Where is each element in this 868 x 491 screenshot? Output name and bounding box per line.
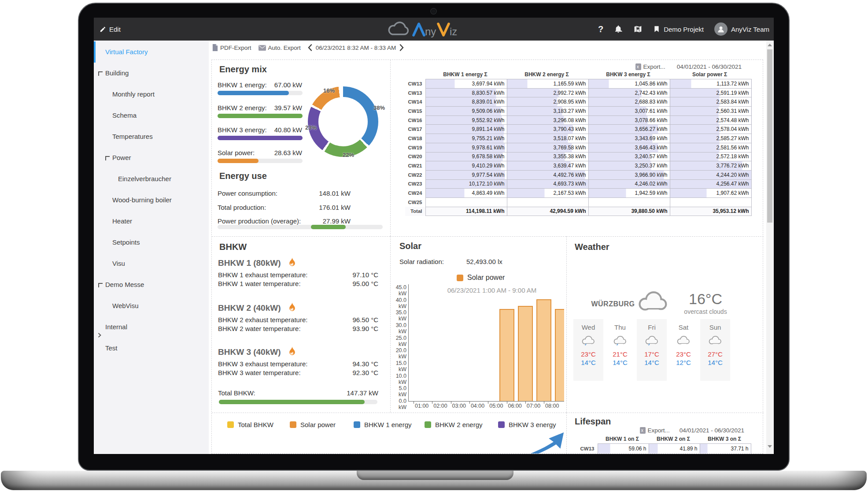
forecast-low-temp: 14°C <box>644 359 659 366</box>
project-button[interactable]: Demo Projekt <box>653 25 704 33</box>
sidebar-item-webvisu[interactable]: WebVisu <box>94 295 209 316</box>
sidebar-item-label: Monthly report <box>112 90 155 98</box>
lifespan-date-range[interactable]: 04/01/2021 - 06/30/2021 <box>680 427 744 434</box>
table-date-range[interactable]: 04/01/2021 - 06/30/2021 <box>677 63 742 70</box>
lifespan-table: BHKW 1 on ΣBHKW 2 on ΣBHKW 3 on ΣCW1359.… <box>577 436 751 454</box>
sidebar-item-setpoints[interactable]: Setpoints <box>94 232 209 253</box>
sidebar-item-heater[interactable]: Heater <box>94 211 209 232</box>
sidebar-item-power[interactable]: Power <box>94 147 209 168</box>
solar-radiation-value: 52,493.00 lx <box>466 258 502 265</box>
pdf-export-button[interactable]: PDF-Export <box>212 44 251 51</box>
table-export-button[interactable]: x Export... <box>635 63 665 70</box>
mix-row-value: 67.00 kW <box>262 81 302 89</box>
auto-export-button[interactable]: Auto. Export <box>259 45 301 51</box>
sidebar-item-test[interactable]: Test <box>94 338 209 359</box>
table-cell: 4,256.47 kWh <box>670 179 751 189</box>
prev-range-icon[interactable] <box>308 44 312 51</box>
table-cell: 9,978.61 kWh <box>425 143 507 152</box>
table-cell: 3,183.27 kWh <box>507 107 588 116</box>
x-axis-tick <box>469 401 470 404</box>
table-cell: 8,839.01 kWh <box>425 97 507 107</box>
scrollbar-thumb[interactable] <box>767 49 772 223</box>
svg-text:x: x <box>636 64 639 69</box>
lifespan-export-button[interactable]: x Export... <box>640 427 670 434</box>
table-cell: 3,646.43 kWh <box>588 143 670 152</box>
row-label: CW21 <box>405 161 425 171</box>
bell-icon <box>614 25 623 33</box>
account-button[interactable]: AnyViz Team <box>714 22 769 36</box>
table-cell: 2,742.43 kWh <box>588 88 670 97</box>
table-row: CW133,697.94 kWh1,165.59 kWh1,045.86 kWh… <box>405 79 751 89</box>
column-header: BHKW 2 on Σ <box>649 436 700 444</box>
flame-icon <box>288 257 296 267</box>
help-label: ? <box>598 24 603 34</box>
tree-expanded-icon <box>98 283 103 287</box>
table-row: CW189,755.21 kWh3,518.07 kWh3,343.69 kWh… <box>405 134 751 143</box>
table-cell: 4,693.73 kWh <box>507 179 588 189</box>
solar-bar <box>536 299 551 401</box>
sidebar-item-internal[interactable]: Internal <box>94 316 209 338</box>
forecast-day-label: Fri <box>648 324 656 331</box>
row-label: CW14 <box>405 97 425 107</box>
bhkw-section-heading: BHKW 3 (40kW) <box>218 346 296 358</box>
legend-item-bhkw-2-energy[interactable]: BHKW 2 energy <box>425 421 483 428</box>
sidebar-item-visu[interactable]: Visu <box>94 253 209 274</box>
x-axis-label: 02:00 <box>433 403 447 409</box>
sidebar-item-schema[interactable]: Schema <box>94 105 209 126</box>
bhkw-row-label: BHKW 2 water temperature: <box>218 325 301 332</box>
table-cell: 3,656.27 kWh <box>588 125 670 134</box>
sidebar-item-monthly-report[interactable]: Monthly report <box>94 84 209 105</box>
sidebar-item-demo-messe[interactable]: Demo Messe <box>94 274 209 295</box>
table-cell: 1,165.59 kWh <box>507 79 588 89</box>
tree-expanded-icon <box>98 71 103 76</box>
scroll-down-arrow[interactable] <box>768 445 772 448</box>
table-row: CW1359.06 h41.89 h37.71 h <box>577 444 751 454</box>
svg-text:ny: ny <box>425 26 436 37</box>
table-row: CW209,678.58 kWh3,355.38 kWh3,240.57 kWh… <box>405 152 751 161</box>
edit-button[interactable]: Edit <box>100 26 121 33</box>
table-cell: 9,410.29 kWh <box>425 161 507 171</box>
legend-item-bhkw-3-energy[interactable]: BHKW 3 energy <box>498 421 556 428</box>
bookmark-icon <box>653 25 660 33</box>
column-header: BHKW 1 on Σ <box>598 436 649 444</box>
mix-row-bar-track <box>218 114 303 118</box>
sidebar-item-wood-burning-boiler[interactable]: Wood-burning boiler <box>94 190 209 211</box>
x-axis-label: 07:00 <box>527 403 540 409</box>
x-axis-label: 08:00 <box>545 403 559 409</box>
table-cell <box>588 197 670 207</box>
scroll-up-arrow[interactable] <box>768 44 772 46</box>
sidebar-item-building[interactable]: Building <box>94 63 209 84</box>
webcam-dot <box>431 9 436 14</box>
mix-row-bar-track <box>218 91 303 95</box>
help-button[interactable]: ? <box>598 24 603 34</box>
legend-swatch <box>290 421 296 428</box>
forecast-low-temp: 14°C <box>613 359 628 366</box>
lifespan-header: x Export... 04/01/2021 - 06/30/2021 <box>640 427 744 434</box>
date-range-label[interactable]: 06/23/2021 8:32 AM - 8:33 AM <box>316 45 396 51</box>
sidebar-item-einzelverbraucher[interactable]: Einzelverbraucher <box>94 168 209 190</box>
table-cell: 4,492.76 kWh <box>507 170 588 179</box>
notifications-button[interactable] <box>614 25 623 33</box>
bhkw-row-value: 95.00 °C <box>330 280 378 287</box>
sidebar-item-temperatures[interactable]: Temperatures <box>94 126 209 147</box>
mix-row-bar-fill <box>218 159 259 163</box>
map-button[interactable] <box>633 25 643 33</box>
sidebar-item-label: Virtual Factory <box>105 48 148 56</box>
scrollbar[interactable] <box>766 41 773 454</box>
legend-item-total-bhkw[interactable]: Total BHKW <box>227 421 273 428</box>
sidebar-item-label: Demo Messe <box>105 281 144 288</box>
solar-chart-legend[interactable]: Solar power <box>457 274 505 282</box>
row-label: CW20 <box>405 152 425 161</box>
table-cell: 4,863.49 kWh <box>425 189 507 198</box>
overcast-cloud-icon <box>636 289 670 316</box>
table-cell: 4,244.20 kWh <box>670 170 751 179</box>
sidebar-item-virtual-factory[interactable]: Virtual Factory <box>94 41 209 63</box>
legend-item-bhkw-1-energy[interactable]: BHKW 1 energy <box>354 421 412 428</box>
table-cell: 2,591.19 kWh <box>670 88 751 97</box>
solar-bar <box>499 309 514 401</box>
mix-row-bar-fill <box>218 91 289 95</box>
table-cell: 2,688.83 kWh <box>588 97 670 107</box>
next-range-icon[interactable] <box>399 44 404 51</box>
weather-condition: overcast clouds <box>672 308 739 315</box>
legend-item-solar-power[interactable]: Solar power <box>290 421 336 428</box>
